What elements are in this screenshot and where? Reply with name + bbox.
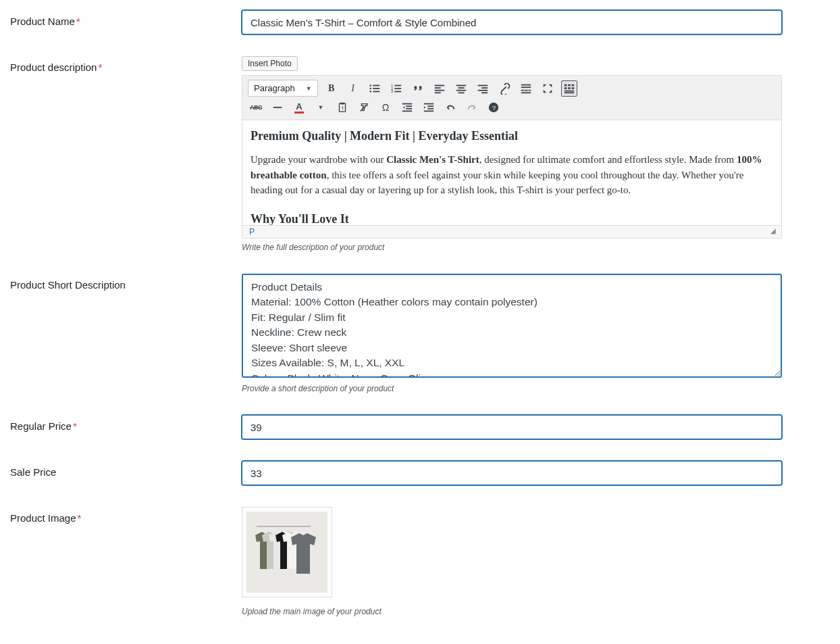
svg-rect-47 (424, 103, 434, 105)
regular-price-label: Regular Price* (10, 415, 242, 432)
sale-price-label: Sale Price (10, 461, 242, 478)
desc-heading-2: Why You'll Love It (251, 210, 773, 226)
svg-rect-9 (394, 88, 401, 89)
fullscreen-button[interactable] (540, 80, 556, 97)
svg-rect-34 (568, 87, 571, 89)
desc-heading-1: Premium Quality | Modern Fit | Everyday … (251, 127, 773, 145)
outdent-button[interactable] (399, 99, 415, 116)
undo-button[interactable] (442, 99, 458, 116)
svg-rect-36 (564, 90, 573, 91)
svg-rect-22 (477, 89, 487, 91)
svg-rect-15 (434, 92, 440, 93)
svg-rect-11 (394, 91, 401, 92)
product-name-input[interactable] (242, 10, 782, 34)
svg-rect-13 (434, 87, 440, 89)
svg-rect-17 (458, 87, 464, 89)
paste-text-button[interactable]: T (334, 99, 350, 116)
svg-rect-25 (521, 86, 530, 88)
svg-rect-24 (521, 84, 530, 85)
description-helper: Write the full description of your produ… (242, 243, 782, 252)
strikethrough-button[interactable]: ABC (248, 99, 264, 116)
svg-rect-16 (456, 84, 465, 86)
number-list-button[interactable]: 123 (388, 80, 404, 97)
svg-rect-38 (273, 107, 282, 108)
redo-button[interactable] (464, 99, 480, 116)
align-center-button[interactable] (453, 80, 469, 97)
help-button[interactable]: ? (485, 99, 502, 116)
tshirt-image-icon (246, 512, 327, 593)
svg-rect-32 (571, 84, 574, 86)
editor-content-area[interactable]: Premium Quality | Modern Fit | Everyday … (242, 120, 781, 225)
editor-toolbar: Paragraph▼ B I 123 (242, 76, 781, 120)
product-description-label: Product description* (10, 56, 242, 73)
svg-rect-19 (458, 92, 464, 93)
desc-paragraph: Upgrade your wardrobe with our Classic M… (251, 152, 773, 198)
svg-rect-21 (481, 87, 488, 89)
format-select[interactable]: Paragraph▼ (248, 80, 318, 97)
bullet-list-button[interactable] (367, 80, 383, 97)
italic-button[interactable]: I (345, 80, 361, 97)
editor-statusbar: P ◢ (242, 225, 781, 238)
svg-rect-3 (373, 88, 379, 89)
short-description-label: Product Short Description (10, 274, 242, 291)
indent-button[interactable] (421, 99, 437, 116)
svg-text:3: 3 (391, 89, 393, 93)
svg-rect-14 (434, 89, 444, 91)
svg-rect-30 (564, 84, 567, 86)
align-left-button[interactable] (431, 80, 448, 97)
svg-rect-35 (571, 87, 574, 89)
svg-rect-1 (373, 84, 379, 86)
svg-rect-37 (564, 92, 573, 93)
insert-photo-button[interactable]: Insert Photo (242, 56, 298, 71)
svg-point-2 (369, 87, 371, 89)
svg-rect-40 (340, 103, 344, 105)
svg-rect-31 (568, 84, 571, 86)
svg-rect-7 (394, 84, 401, 86)
svg-rect-48 (427, 105, 434, 107)
svg-rect-29 (521, 92, 530, 93)
svg-point-0 (369, 84, 371, 86)
rich-text-editor: Paragraph▼ B I 123 (242, 75, 782, 239)
required-mark: * (98, 61, 102, 73)
text-color-button[interactable]: A (291, 99, 307, 116)
svg-rect-12 (434, 84, 444, 86)
bold-button[interactable]: B (323, 80, 340, 97)
svg-rect-45 (406, 108, 412, 109)
horizontal-rule-button[interactable] (269, 99, 286, 116)
svg-text:?: ? (492, 104, 496, 112)
required-mark: * (78, 512, 82, 524)
product-name-label: Product Name* (10, 10, 242, 27)
short-description-input[interactable]: Product Details Material: 100% Cotton (H… (242, 274, 782, 378)
svg-rect-23 (481, 92, 488, 93)
regular-price-input[interactable] (242, 415, 782, 439)
svg-point-4 (369, 91, 371, 93)
svg-rect-5 (373, 91, 379, 92)
align-right-button[interactable] (475, 80, 491, 97)
clear-formatting-button[interactable] (356, 99, 372, 116)
special-character-button[interactable]: Ω (377, 99, 394, 116)
svg-rect-28 (528, 89, 531, 91)
short-description-helper: Provide a short description of your prod… (242, 384, 782, 393)
link-button[interactable] (496, 80, 513, 97)
blockquote-button[interactable] (410, 80, 426, 97)
resize-handle-icon[interactable]: ◢ (770, 227, 775, 237)
svg-text:T: T (341, 105, 344, 112)
svg-rect-26 (521, 89, 524, 91)
svg-rect-43 (402, 103, 412, 105)
svg-rect-27 (525, 89, 528, 91)
product-image-label: Product Image* (10, 507, 242, 524)
svg-rect-50 (424, 111, 434, 112)
svg-rect-18 (456, 89, 465, 91)
svg-rect-49 (427, 108, 434, 109)
product-image-thumbnail[interactable] (242, 507, 332, 597)
chevron-down-icon: ▼ (306, 85, 312, 92)
text-color-dropdown[interactable]: ▼ (313, 99, 329, 116)
toolbar-toggle-button[interactable] (561, 80, 577, 97)
svg-rect-20 (477, 84, 487, 86)
required-mark: * (76, 16, 80, 27)
insert-more-button[interactable] (518, 80, 534, 97)
svg-rect-44 (406, 105, 412, 107)
product-image-helper: Upload the main image of your product (242, 607, 782, 616)
required-mark: * (73, 420, 77, 432)
sale-price-input[interactable] (242, 461, 782, 485)
